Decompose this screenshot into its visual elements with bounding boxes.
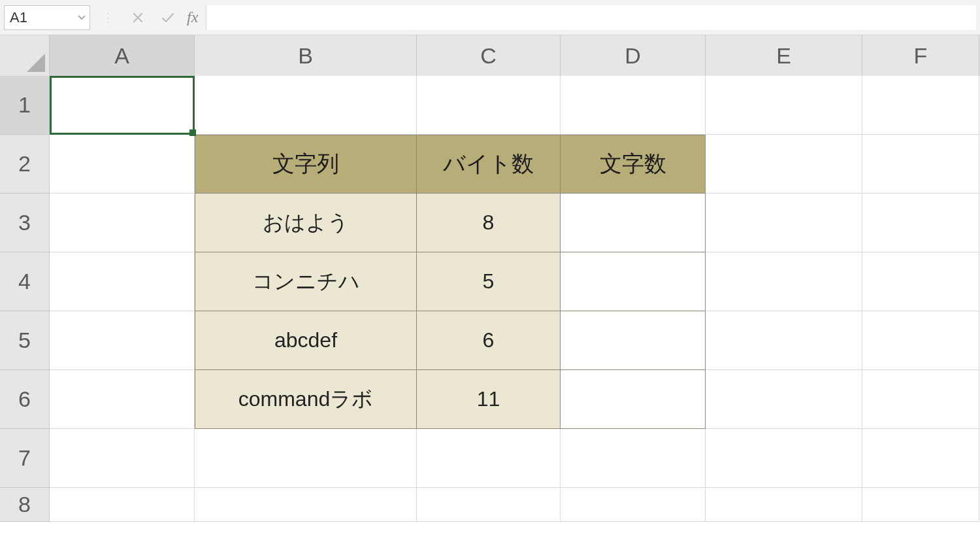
worksheet: A B C D E F 1 2 文字列 バイト数 文字数 3 bbox=[0, 35, 980, 546]
row-header-6[interactable]: 6 bbox=[0, 370, 50, 429]
row-header-5[interactable]: 5 bbox=[0, 311, 50, 370]
row-2: 2 文字列 バイト数 文字数 bbox=[0, 135, 980, 194]
cancel-formula-button[interactable] bbox=[125, 5, 150, 30]
cell-A1[interactable] bbox=[50, 76, 195, 135]
cell-E2[interactable] bbox=[706, 135, 862, 194]
row-7: 7 bbox=[0, 429, 980, 488]
column-header-B[interactable]: B bbox=[195, 35, 417, 76]
row-6: 6 commandラボ 11 bbox=[0, 370, 980, 429]
cell-B1[interactable] bbox=[195, 76, 417, 135]
cell-A2[interactable] bbox=[50, 135, 195, 194]
cell-D6[interactable] bbox=[561, 370, 706, 429]
rows-container: 1 2 文字列 バイト数 文字数 3 おはよう 8 bbox=[0, 76, 980, 522]
row-1: 1 bbox=[0, 76, 980, 135]
cell-A5[interactable] bbox=[50, 311, 195, 370]
cell-C5[interactable]: 6 bbox=[417, 311, 561, 370]
column-header-E[interactable]: E bbox=[706, 35, 862, 76]
cell-F3[interactable] bbox=[862, 194, 979, 252]
column-header-A[interactable]: A bbox=[50, 35, 195, 76]
cell-B6[interactable]: commandラボ bbox=[195, 370, 417, 429]
cell-A8[interactable] bbox=[50, 488, 195, 522]
cell-D4[interactable] bbox=[561, 252, 706, 311]
cell-C4[interactable]: 5 bbox=[417, 252, 561, 311]
cell-D7[interactable] bbox=[561, 429, 706, 488]
cell-E1[interactable] bbox=[706, 76, 862, 135]
column-headers: A B C D E F bbox=[0, 35, 980, 76]
cell-E6[interactable] bbox=[706, 370, 862, 429]
cell-A6[interactable] bbox=[50, 370, 195, 429]
cell-E8[interactable] bbox=[706, 488, 862, 522]
formula-bar-divider-icon: ⋮ bbox=[95, 5, 120, 30]
cell-B8[interactable] bbox=[195, 488, 417, 522]
cell-C7[interactable] bbox=[417, 429, 561, 488]
row-header-2[interactable]: 2 bbox=[0, 135, 50, 194]
cell-D5[interactable] bbox=[561, 311, 706, 370]
name-box-value: A1 bbox=[5, 9, 27, 26]
row-header-4[interactable]: 4 bbox=[0, 252, 50, 311]
cell-C2[interactable]: バイト数 bbox=[417, 135, 561, 194]
row-header-1[interactable]: 1 bbox=[0, 76, 50, 135]
cell-E3[interactable] bbox=[706, 194, 862, 252]
cell-D1[interactable] bbox=[561, 76, 706, 135]
row-header-3[interactable]: 3 bbox=[0, 194, 50, 252]
cell-C6[interactable]: 11 bbox=[417, 370, 561, 429]
cell-E5[interactable] bbox=[706, 311, 862, 370]
cell-F2[interactable] bbox=[862, 135, 979, 194]
cell-B4[interactable]: コンニチハ bbox=[195, 252, 417, 311]
cell-B7[interactable] bbox=[195, 429, 417, 488]
cell-A4[interactable] bbox=[50, 252, 195, 311]
name-box[interactable]: A1 bbox=[4, 5, 90, 30]
cell-C8[interactable] bbox=[417, 488, 561, 522]
cell-A3[interactable] bbox=[50, 194, 195, 252]
column-header-D[interactable]: D bbox=[561, 35, 706, 76]
row-5: 5 abcdef 6 bbox=[0, 311, 980, 370]
cell-B3[interactable]: おはよう bbox=[195, 194, 417, 252]
cell-E7[interactable] bbox=[706, 429, 862, 488]
cell-B2[interactable]: 文字列 bbox=[195, 135, 417, 194]
row-3: 3 おはよう 8 bbox=[0, 194, 980, 252]
cell-F7[interactable] bbox=[862, 429, 979, 488]
enter-formula-button[interactable] bbox=[155, 5, 180, 30]
cell-B5[interactable]: abcdef bbox=[195, 311, 417, 370]
formula-bar: A1 ⋮ fx bbox=[0, 0, 980, 35]
cell-D3[interactable] bbox=[561, 194, 706, 252]
insert-function-button[interactable]: fx bbox=[186, 9, 201, 26]
cell-E4[interactable] bbox=[706, 252, 862, 311]
row-8: 8 bbox=[0, 488, 980, 522]
cell-F6[interactable] bbox=[862, 370, 979, 429]
column-header-C[interactable]: C bbox=[417, 35, 561, 76]
row-4: 4 コンニチハ 5 bbox=[0, 252, 980, 311]
chevron-down-icon[interactable] bbox=[78, 15, 86, 20]
cell-F4[interactable] bbox=[862, 252, 979, 311]
cell-D8[interactable] bbox=[561, 488, 706, 522]
formula-input[interactable] bbox=[206, 5, 976, 30]
cell-F5[interactable] bbox=[862, 311, 979, 370]
column-header-F[interactable]: F bbox=[862, 35, 979, 76]
select-all-button[interactable] bbox=[0, 35, 50, 76]
cell-C1[interactable] bbox=[417, 76, 561, 135]
cell-F1[interactable] bbox=[862, 76, 979, 135]
cell-D2[interactable]: 文字数 bbox=[561, 135, 706, 194]
row-header-8[interactable]: 8 bbox=[0, 488, 50, 522]
cell-A7[interactable] bbox=[50, 429, 195, 488]
cell-C3[interactable]: 8 bbox=[417, 194, 561, 252]
row-header-7[interactable]: 7 bbox=[0, 429, 50, 488]
cell-F8[interactable] bbox=[862, 488, 979, 522]
